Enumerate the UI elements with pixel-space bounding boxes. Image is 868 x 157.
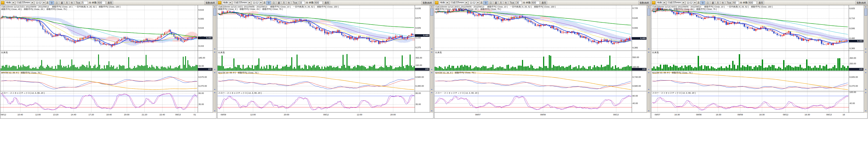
pane-resize-up-icon[interactable]: ▼ (430, 88, 434, 91)
period-day-button[interactable]: 日 (706, 1, 710, 5)
pane-resize-up-icon[interactable]: ▼ (213, 88, 217, 91)
period-week-button[interactable]: 週 (277, 1, 281, 5)
period-minute-button[interactable]: 分 (267, 1, 271, 5)
period-year-button[interactable]: 年 (721, 1, 725, 5)
contract-month-select[interactable]: 11/12 (469, 1, 479, 5)
chart-canvas[interactable] (651, 5, 864, 113)
pane-resize-down-icon[interactable]: ▲ (213, 71, 217, 74)
market-select[interactable]: 先物 (656, 1, 666, 5)
apply-button[interactable]: 適用 (106, 1, 113, 5)
chart-area[interactable]: 日経225mini 11/12( 60分): 2011/09/05 - 2011… (651, 5, 868, 119)
apply-button[interactable]: 適用 (757, 1, 764, 5)
pane-resize-down-icon[interactable]: ▲ (213, 51, 217, 53)
pane-resize-down-icon[interactable]: ▲ (647, 71, 651, 74)
symbol-select[interactable]: 日経225mini (233, 1, 251, 5)
multi-symbol-button[interactable]: 複数銘柄 (639, 1, 650, 5)
period-tick-button[interactable]: Tick (292, 1, 298, 5)
pane-resize-down-icon[interactable]: ▲ (864, 71, 868, 74)
period-month-button[interactable]: 月 (65, 1, 69, 5)
vertical-scrollbar[interactable]: ▲▼▼▲▼▲▼▲ (647, 5, 651, 113)
pane-resize-down-icon[interactable]: ▲ (430, 91, 434, 94)
scroll-down-icon[interactable]: ▼ (430, 110, 434, 112)
pane-resize-up-icon[interactable]: ▼ (647, 68, 651, 71)
pane-resize-down-icon[interactable]: ▲ (864, 91, 868, 94)
contract-month-select[interactable]: 11/12 (252, 1, 262, 5)
chart-canvas[interactable] (434, 5, 647, 113)
chart-canvas[interactable] (0, 5, 213, 113)
pane-resize-up-icon[interactable]: ▼ (864, 88, 868, 91)
scroll-up-icon[interactable]: ▲ (864, 5, 868, 8)
scroll-down-icon[interactable]: ▼ (864, 110, 868, 112)
symbol-select[interactable]: 日経225mini (450, 1, 468, 5)
period-week-button[interactable]: 週 (494, 1, 498, 5)
scroll-up-icon[interactable]: ▲ (430, 5, 434, 8)
scrollbar-thumb[interactable] (647, 8, 650, 16)
chart-area[interactable]: 日経225mini 11/12( 30分): 2011/09/05 - 2011… (434, 5, 651, 119)
period-minute-button[interactable]: 分 (484, 1, 488, 5)
scroll-up-icon[interactable]: ▲ (647, 5, 651, 8)
period-week-button[interactable]: 週 (60, 1, 64, 5)
period-minute-button[interactable]: 分 (701, 1, 705, 5)
market-select[interactable]: 先物 (439, 1, 449, 5)
vertical-scrollbar[interactable]: ▲▼▼▲▼▲▼▲ (864, 5, 868, 113)
period-year-button[interactable]: 年 (287, 1, 291, 5)
bar-count-input[interactable] (531, 1, 539, 4)
scroll-down-icon[interactable]: ▼ (647, 110, 651, 112)
multi-symbol-button[interactable]: 複数銘柄 (205, 1, 216, 5)
period-month-button[interactable]: 月 (282, 1, 286, 5)
period-month-button[interactable]: 月 (499, 1, 503, 5)
pane-resize-up-icon[interactable]: ▼ (430, 48, 434, 50)
chart-canvas[interactable] (217, 5, 430, 113)
market-select[interactable]: 先物 (5, 1, 15, 5)
scroll-up-icon[interactable]: ▲ (213, 5, 217, 8)
contract-month-select[interactable]: 11/12 (35, 1, 45, 5)
period-tick-button[interactable]: Tick (75, 1, 81, 5)
symbol-select[interactable]: 日経225mini (667, 1, 685, 5)
bar-count-input[interactable] (97, 1, 105, 4)
period-week-button[interactable]: 週 (711, 1, 715, 5)
pane-resize-up-icon[interactable]: ▼ (430, 68, 434, 71)
period-month-button[interactable]: 月 (716, 1, 720, 5)
pane-resize-up-icon[interactable]: ▼ (213, 48, 217, 50)
minutes-input[interactable] (299, 1, 305, 4)
period-minute-button[interactable]: 分 (50, 1, 54, 5)
multi-symbol-button[interactable]: 複数銘柄 (856, 1, 867, 5)
scrollbar-thumb[interactable] (213, 8, 216, 16)
period-tick-button[interactable]: Tick (726, 1, 732, 5)
contract-month-select[interactable]: 11/12 (686, 1, 696, 5)
pane-resize-down-icon[interactable]: ▲ (647, 51, 651, 53)
pane-resize-down-icon[interactable]: ▲ (430, 71, 434, 74)
multi-symbol-button[interactable]: 複数銘柄 (422, 1, 433, 5)
period-year-button[interactable]: 年 (70, 1, 74, 5)
apply-button[interactable]: 適用 (323, 1, 330, 5)
pane-resize-up-icon[interactable]: ▼ (647, 88, 651, 91)
scroll-down-icon[interactable]: ▼ (213, 110, 217, 112)
vertical-scrollbar[interactable]: ▲▼▼▲▼▲▼▲ (430, 5, 434, 113)
period-day-button[interactable]: 日 (55, 1, 59, 5)
period-day-button[interactable]: 日 (489, 1, 493, 5)
minutes-input[interactable] (516, 1, 522, 4)
period-tick-button[interactable]: Tick (509, 1, 515, 5)
pane-resize-up-icon[interactable]: ▼ (647, 48, 651, 50)
minutes-input[interactable] (733, 1, 739, 4)
scrollbar-thumb[interactable] (864, 8, 867, 16)
chart-area[interactable]: 日経225mini 11/12( 5分): 2011/09/09 - 2011/… (0, 5, 217, 119)
scrollbar-thumb[interactable] (430, 8, 433, 16)
apply-button[interactable]: 適用 (540, 1, 547, 5)
market-select[interactable]: 先物 (222, 1, 232, 5)
pane-resize-up-icon[interactable]: ▼ (864, 68, 868, 71)
bar-count-input[interactable] (748, 1, 756, 4)
period-year-button[interactable]: 年 (504, 1, 508, 5)
chart-area[interactable]: 日経225mini 11/12( 15分): 2011/09/05 - 2011… (217, 5, 434, 119)
symbol-select[interactable]: 日経225mini (16, 1, 34, 5)
minutes-input[interactable] (82, 1, 88, 4)
period-day-button[interactable]: 日 (272, 1, 276, 5)
pane-resize-down-icon[interactable]: ▲ (864, 51, 868, 53)
bar-count-input[interactable] (314, 1, 322, 4)
pane-resize-down-icon[interactable]: ▲ (213, 91, 217, 94)
vertical-scrollbar[interactable]: ▲▼▼▲▼▲▼▲ (213, 5, 217, 113)
pane-resize-up-icon[interactable]: ▼ (213, 68, 217, 71)
pane-resize-down-icon[interactable]: ▲ (647, 91, 651, 94)
pane-resize-up-icon[interactable]: ▼ (864, 48, 868, 50)
pane-resize-down-icon[interactable]: ▲ (430, 51, 434, 53)
